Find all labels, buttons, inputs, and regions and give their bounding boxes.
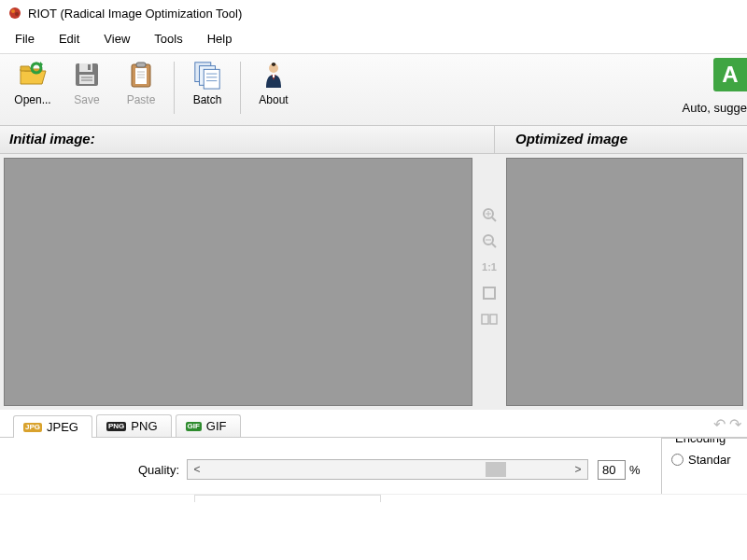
open-label: Open... (14, 93, 50, 106)
encoding-standard-radio[interactable] (671, 454, 684, 466)
svg-line-24 (492, 217, 496, 221)
zoom-tool-strip: 1:1 (476, 154, 502, 410)
menu-edit[interactable]: Edit (49, 30, 89, 48)
optimized-image-pane[interactable] (506, 158, 743, 406)
optimized-image-header: Optimized image (495, 126, 747, 153)
auto-suggest-block[interactable]: A Auto, sugge (669, 58, 747, 115)
encoding-standard-option[interactable]: Standar (671, 453, 747, 467)
toolbar-separator (174, 62, 175, 114)
svg-rect-11 (136, 63, 146, 67)
paste-button[interactable]: Paste (114, 58, 168, 106)
pane-headers: Initial image: Optimized image (0, 126, 747, 154)
svg-rect-5 (88, 64, 91, 70)
partial-control (194, 495, 381, 502)
svg-rect-31 (482, 315, 488, 324)
slider-thumb[interactable] (486, 462, 506, 477)
undo-icon[interactable]: ↶ (713, 415, 726, 433)
quality-slider[interactable]: < > (187, 459, 588, 480)
fit-window-icon[interactable] (481, 285, 498, 301)
window-title: RIOT (Radical Image Optimization Tool) (28, 7, 242, 21)
slider-right-arrow-icon[interactable]: > (569, 463, 587, 476)
svg-rect-6 (79, 75, 94, 84)
slider-left-arrow-icon[interactable]: < (188, 463, 206, 476)
initial-image-header: Initial image: (0, 126, 495, 153)
refresh-icons: ↶ ↷ (713, 415, 741, 433)
zoom-actual-icon[interactable]: 1:1 (481, 259, 498, 275)
person-icon (259, 60, 289, 90)
svg-line-28 (492, 244, 496, 247)
batch-button[interactable]: Batch (180, 58, 234, 106)
tab-gif[interactable]: GIF GIF (176, 414, 241, 437)
quality-label: Quality: (0, 463, 187, 477)
auto-badge-icon: A (713, 58, 747, 91)
encoding-group: Encoding Standar (661, 438, 747, 494)
initial-image-pane[interactable] (4, 158, 472, 406)
svg-rect-10 (135, 68, 147, 84)
image-panes: 1:1 (0, 154, 747, 410)
clipboard-icon (126, 60, 156, 90)
dual-view-icon[interactable] (481, 311, 498, 328)
floppy-disk-icon (72, 60, 102, 90)
format-tabs: JPG JPEG PNG PNG GIF GIF ↶ ↷ (0, 410, 747, 438)
zoom-out-icon[interactable] (481, 232, 498, 249)
redo-icon[interactable]: ↷ (729, 415, 741, 433)
quality-input[interactable]: 80 (598, 460, 626, 480)
jpeg-options: Quality: < > 80 % Encoding Standar (0, 438, 747, 494)
svg-rect-30 (484, 287, 495, 299)
svg-point-0 (9, 7, 21, 19)
save-button[interactable]: Save (60, 58, 114, 106)
menu-tools[interactable]: Tools (145, 30, 191, 48)
png-badge-icon: PNG (106, 422, 126, 431)
jpeg-badge-icon: JPG (23, 423, 42, 432)
menu-help[interactable]: Help (198, 30, 242, 48)
svg-rect-32 (490, 315, 497, 324)
bottom-strip (0, 494, 747, 505)
tab-png-label: PNG (131, 419, 157, 433)
toolbar: Open... Save Paste (0, 53, 747, 126)
auto-suggest-label: Auto, sugge (683, 101, 747, 115)
tab-gif-label: GIF (206, 419, 227, 433)
folder-open-icon (18, 60, 48, 90)
batch-icon (192, 60, 222, 90)
slider-track[interactable] (206, 460, 569, 479)
save-label: Save (74, 93, 99, 106)
paste-label: Paste (127, 93, 156, 106)
menu-bar: File Edit View Tools Help (0, 26, 747, 53)
svg-point-2 (15, 12, 19, 16)
gif-badge-icon: GIF (186, 422, 202, 431)
tab-jpeg[interactable]: JPG JPEG (13, 415, 92, 438)
toolbar-separator-2 (240, 62, 241, 114)
svg-rect-17 (204, 69, 219, 89)
app-icon (7, 6, 22, 21)
svg-rect-22 (273, 75, 275, 77)
open-button[interactable]: Open... (6, 58, 60, 106)
menu-file[interactable]: File (6, 30, 44, 48)
about-label: About (259, 93, 288, 106)
tab-png[interactable]: PNG PNG (96, 414, 172, 437)
menu-view[interactable]: View (94, 30, 139, 48)
encoding-standard-label: Standar (688, 453, 731, 467)
title-bar: RIOT (Radical Image Optimization Tool) (0, 0, 747, 26)
percent-label: % (629, 463, 641, 477)
batch-label: Batch (193, 93, 222, 106)
svg-point-1 (11, 9, 15, 13)
zoom-in-icon[interactable] (481, 206, 498, 223)
about-button[interactable]: About (247, 58, 301, 106)
encoding-legend: Encoding (671, 438, 729, 445)
tab-jpeg-label: JPEG (47, 420, 78, 434)
